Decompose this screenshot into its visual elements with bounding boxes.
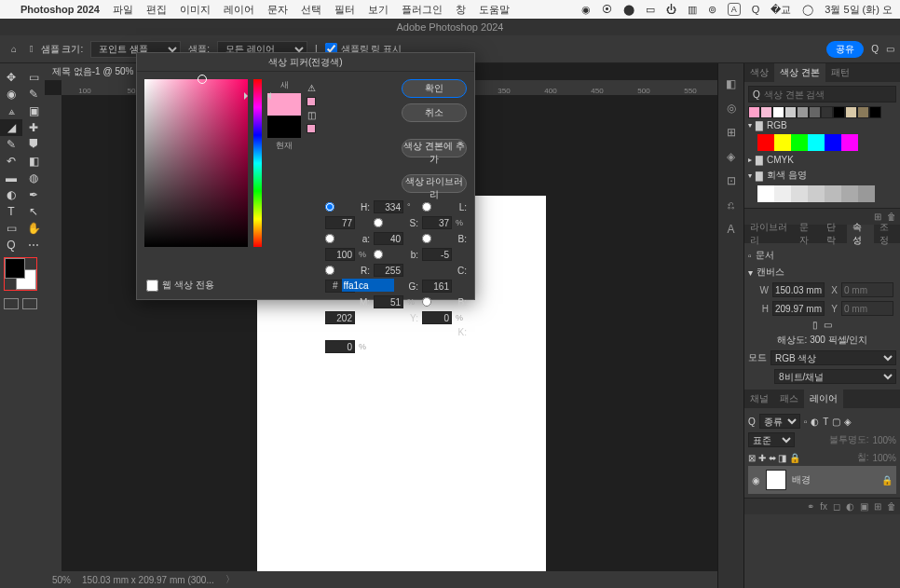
landscape-icon[interactable]: ▭ [824, 320, 832, 330]
tab-swatches[interactable]: 색상 견본 [774, 63, 825, 82]
tab-char[interactable]: 문자 [794, 225, 820, 243]
panel-icon[interactable]: ◧ [722, 75, 741, 93]
menu-view[interactable]: 보기 [368, 3, 389, 17]
panel-icon[interactable]: ⎌ [722, 196, 741, 214]
frame-tool[interactable]: ▣ [22, 103, 45, 119]
menu-help[interactable]: 도움말 [479, 3, 510, 17]
foreground-background-swatch[interactable] [4, 257, 37, 291]
swatch[interactable] [841, 185, 858, 202]
hue-slider-thumb[interactable] [250, 92, 266, 100]
swatch[interactable] [869, 106, 881, 118]
group-icon[interactable]: ▣ [860, 501, 868, 512]
lab-b-field[interactable] [422, 248, 452, 261]
g-field[interactable] [422, 280, 452, 293]
blend-mode-select[interactable]: 표준 [748, 432, 795, 447]
gamut-swatch[interactable] [307, 97, 316, 106]
layer-kind-select[interactable]: 종류 [759, 414, 800, 429]
filter-pixel-icon[interactable]: ▫ [804, 417, 808, 427]
swatch[interactable] [821, 106, 833, 118]
tab-properties[interactable]: 속성 [847, 225, 873, 243]
websafe-warning-icon[interactable]: ◫ [307, 110, 316, 120]
radio-b3[interactable] [422, 297, 431, 307]
crop-tool[interactable]: ⟁ [0, 103, 22, 119]
hue-slider[interactable] [253, 79, 262, 247]
swatch-search-input[interactable] [764, 89, 892, 100]
bit-depth-select[interactable]: 8비트/채널 [774, 369, 896, 384]
radio-l[interactable] [422, 202, 431, 212]
swatch[interactable] [760, 106, 772, 118]
h-field[interactable] [374, 200, 403, 213]
adjustment-icon[interactable]: ◐ [846, 501, 854, 512]
lasso-tool[interactable]: ◉ [0, 86, 22, 103]
m-field[interactable] [374, 295, 403, 308]
swatch[interactable] [809, 106, 821, 118]
panel-icon[interactable]: ◈ [722, 147, 741, 166]
workspace-icon[interactable]: ▭ [886, 44, 894, 54]
ok-button[interactable]: 확인 [402, 79, 467, 98]
canvas-section-label[interactable]: 캔버스 [757, 266, 784, 279]
marquee-tool[interactable]: ▭ [22, 69, 45, 86]
cancel-button[interactable]: 취소 [402, 103, 467, 122]
tab-adjust[interactable]: 조정 [874, 225, 900, 243]
hand-tool[interactable]: ✋ [22, 220, 45, 237]
swatch[interactable] [791, 185, 808, 202]
filter-adjust-icon[interactable]: ◐ [811, 417, 819, 427]
foreground-color[interactable] [5, 258, 25, 279]
swatch[interactable] [774, 185, 791, 202]
tab-channels[interactable]: 채널 [744, 390, 774, 408]
color-mode-select[interactable]: RGB 색상 [770, 350, 896, 365]
swatch[interactable] [857, 106, 869, 118]
path-tool[interactable]: ↖ [22, 203, 45, 220]
swatch[interactable] [797, 106, 809, 118]
new-layer-icon[interactable]: ⊞ [874, 501, 881, 512]
swatch[interactable] [841, 134, 858, 151]
document-tab[interactable]: 제목 없음-1 @ 50% ( [45, 63, 147, 80]
shape-tool[interactable]: ▭ [0, 220, 22, 237]
quickselect-tool[interactable]: ✎ [22, 86, 45, 103]
eyedropper-tool-icon[interactable]: 𓊿 [30, 44, 34, 54]
tab-libraries[interactable]: 라이브러리 [744, 225, 794, 243]
height-field[interactable] [772, 301, 825, 316]
radio-a[interactable] [325, 234, 334, 243]
status-icon[interactable]: ⦿ [602, 4, 612, 15]
status-icon[interactable]: ⬤ [623, 4, 634, 16]
swatch[interactable] [772, 106, 784, 118]
swatch[interactable] [858, 185, 875, 202]
folder-gray[interactable]: ▾▇회색 음영 [748, 167, 896, 184]
link-icon[interactable]: ⚭ [807, 501, 814, 512]
hex-field[interactable] [342, 279, 394, 292]
quickmask-toggle[interactable] [0, 294, 45, 313]
lock-icon[interactable]: 🔒 [881, 475, 893, 485]
eraser-tool[interactable]: ◧ [22, 153, 45, 170]
swatch[interactable] [774, 134, 791, 151]
swatch[interactable] [825, 134, 841, 151]
visibility-icon[interactable]: ◉ [752, 475, 760, 485]
stamp-tool[interactable]: ⛊ [22, 136, 45, 153]
move-tool[interactable]: ✥ [0, 69, 22, 86]
lang-icon[interactable]: A [728, 3, 741, 16]
swatch-search[interactable]: Q [748, 86, 896, 103]
menu-file[interactable]: 파일 [113, 3, 133, 17]
folder-rgb[interactable]: ▾▇RGB [748, 118, 896, 132]
radio-b1[interactable] [422, 234, 431, 243]
tab-para[interactable]: 단락 [821, 225, 847, 243]
status-icon[interactable]: ▥ [688, 4, 697, 16]
swatch[interactable] [757, 185, 774, 202]
menu-layer[interactable]: 레이어 [224, 3, 254, 17]
filter-shape-icon[interactable]: ▢ [832, 417, 840, 427]
panel-icon[interactable]: A [722, 220, 741, 239]
search-icon[interactable]: Q [871, 44, 879, 54]
mask-icon[interactable]: ◻ [833, 501, 840, 512]
fx-icon[interactable]: fx [820, 501, 827, 512]
dodge-tool[interactable]: ◐ [0, 186, 22, 203]
rgb-b-field[interactable] [325, 311, 355, 324]
delete-icon[interactable]: 🗑 [887, 501, 896, 512]
portrait-icon[interactable]: ▯ [812, 320, 818, 330]
a-field[interactable] [374, 232, 403, 245]
swatch[interactable] [845, 106, 857, 118]
radio-b2[interactable] [374, 250, 383, 259]
lock-icons[interactable]: ⊠ ✚ ⬌ ◨ 🔒 [748, 453, 800, 463]
swatch[interactable] [757, 134, 774, 151]
color-libraries-button[interactable]: 색상 라이브러리 [402, 174, 467, 193]
panel-icon[interactable]: ◎ [722, 99, 741, 117]
